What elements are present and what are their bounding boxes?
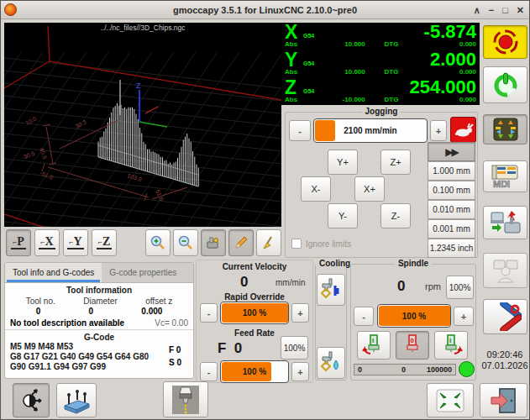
jog-increment-01mm-button[interactable]: 0.100 mm	[428, 181, 475, 200]
touch-plate-button[interactable]	[56, 383, 97, 417]
user-settings-button[interactable]	[483, 253, 527, 288]
toggle-tool-path-button[interactable]	[201, 229, 226, 256]
jog-increment-inch-button[interactable]: 1.2345 inch	[428, 239, 475, 258]
jog-y-minus-button[interactable]: Y-	[328, 203, 358, 228]
estop-button[interactable]	[483, 25, 527, 59]
feed-plus-button[interactable]: +	[291, 362, 309, 381]
feed-f-value: F 0	[218, 340, 242, 357]
spindle-speed-bar: 0 0 100000	[354, 364, 456, 375]
machine-on-button[interactable]	[483, 66, 527, 103]
fullscreen-icon	[436, 389, 464, 412]
gremlin-preview[interactable]: Z 10.0 40.5 -30.5 -51.0 103.0 51.0 30.3 …	[4, 23, 281, 227]
feed-reset-button[interactable]: 100%	[281, 336, 308, 360]
maximize-button[interactable]: □	[502, 5, 508, 15]
view-perspective-button[interactable]: P	[6, 229, 31, 256]
dro-panel[interactable]: X G54 -5.874 Abs 10.000 DTG 0.000 Y G54 …	[281, 23, 480, 105]
spindle-forward-button[interactable]: I	[434, 331, 468, 360]
jog-increment-0001mm-button[interactable]: 0.001 mm	[428, 219, 475, 239]
view-x-button[interactable]: X	[34, 229, 60, 256]
mdi-keyboard-icon: MDI	[491, 164, 521, 189]
jog-speed-plus-button[interactable]: +	[430, 120, 447, 141]
spindle-stop-button[interactable]: 0	[396, 331, 429, 360]
spindle-rpm-label: rpm	[425, 281, 441, 291]
svg-text:MDI: MDI	[493, 179, 510, 189]
y-axis-line	[139, 122, 167, 127]
manual-mode-button[interactable]	[483, 114, 527, 144]
view-z-button[interactable]: Z	[92, 229, 117, 256]
spindle-override-value: 100 %	[378, 305, 450, 327]
tools-icon	[490, 302, 522, 331]
tool-measure-button[interactable]	[163, 381, 208, 417]
dro-row-z[interactable]: Z G54 254.000 Abs -10.000 DTG 0.000	[281, 78, 480, 105]
exit-button[interactable]	[480, 383, 527, 417]
active-speed: S 0	[169, 356, 181, 369]
minimize-button[interactable]: −	[489, 5, 494, 15]
shade-window-button[interactable]: ∧	[474, 5, 480, 16]
spindle-cw-icon: I	[439, 333, 463, 357]
view-y-button[interactable]: Y	[63, 229, 88, 256]
auto-mode-button[interactable]	[483, 206, 527, 239]
svg-text:I: I	[449, 337, 451, 344]
settings-button[interactable]	[483, 299, 527, 334]
dro-row-y[interactable]: Y G54 2.000 Abs 10.000 DTG 0.000	[281, 50, 480, 77]
spindle-ccw-icon: I	[362, 333, 386, 357]
svg-text:-30.5: -30.5	[21, 150, 35, 160]
broom-icon	[260, 234, 277, 251]
ignore-limits-checkbox[interactable]: Ignore limits	[291, 239, 351, 249]
mdi-mode-button[interactable]: MDI	[483, 160, 527, 192]
jog-x-plus-button[interactable]: X+	[354, 176, 385, 202]
jog-x-minus-button[interactable]: X-	[301, 176, 331, 202]
toggle-dimensions-button[interactable]	[228, 229, 254, 256]
velocity-unit: mm/min	[275, 278, 306, 287]
jog-speed-minus-button[interactable]: -	[289, 120, 311, 141]
spindle-override-slider[interactable]: 100 %	[377, 304, 451, 328]
spindle-reset-button[interactable]: 100%	[446, 276, 474, 299]
active-gcodes-2: G90 G91.1 G94 G97 G99	[5, 362, 193, 372]
zoom-in-button[interactable]	[145, 229, 171, 256]
window-title: gmoccapy 3.5.1 for LinuxCNC 2.10.0~pre0	[1, 5, 529, 15]
touch-off-icon	[18, 388, 44, 413]
rapid-plus-button[interactable]: +	[291, 303, 309, 323]
jog-z-plus-button[interactable]: Z+	[380, 150, 411, 175]
flood-button[interactable]	[317, 347, 345, 379]
close-button[interactable]: ✕	[517, 5, 524, 16]
spindle-plus-button[interactable]: +	[454, 307, 474, 326]
turtle-rabbit-speed-button[interactable]	[450, 117, 476, 143]
power-icon	[491, 70, 521, 100]
fullscreen-button[interactable]	[427, 383, 474, 417]
jog-z-minus-button[interactable]: Z-	[380, 203, 411, 228]
spindle-reverse-button[interactable]: I	[357, 331, 391, 360]
spindle-rpm-value: 0	[397, 278, 405, 295]
svg-text:40.5: 40.5	[39, 147, 48, 160]
tab-gcode-properties[interactable]: G-code properties	[102, 263, 184, 282]
rapid-override-slider[interactable]: 100 %	[220, 302, 289, 324]
mist-button[interactable]	[317, 274, 345, 306]
checkbox-box[interactable]	[291, 239, 302, 249]
zoom-out-button[interactable]	[173, 229, 198, 256]
svg-text:-51.0: -51.0	[39, 170, 55, 181]
tool-length-sensor-icon	[169, 385, 202, 415]
clear-plot-button[interactable]	[256, 229, 281, 256]
jog-increment-continuous-button[interactable]: ▶▶	[428, 142, 475, 161]
tool-info-notebook: Tool info and G-codes G-code properties …	[4, 262, 194, 379]
feed-minus-button[interactable]: -	[200, 362, 218, 381]
zoom-out-icon	[177, 234, 194, 251]
dro-row-x[interactable]: X G54 -5.874 Abs 10.000 DTG 0.000	[281, 23, 480, 50]
active-gcodes-1: G8 G17 G21 G40 G49 G54 G64 G80	[5, 352, 193, 362]
tab-tool-info[interactable]: Tool info and G-codes	[5, 263, 102, 282]
jog-y-plus-button[interactable]: Y+	[328, 150, 358, 175]
jog-increment-001mm-button[interactable]: 0.010 mm	[428, 200, 475, 219]
vc-value: Vc= 0.00	[155, 318, 188, 328]
spindle-at-speed-led	[459, 361, 475, 377]
tool-description: No tool description available	[10, 318, 124, 328]
spindle-minus-button[interactable]: -	[354, 307, 374, 326]
app-window: gmoccapy 3.5.1 for LinuxCNC 2.10.0~pre0 …	[0, 0, 530, 420]
touch-off-button[interactable]	[13, 383, 50, 417]
rapid-minus-button[interactable]: -	[200, 303, 218, 323]
svg-text:I: I	[372, 337, 374, 344]
jog-speed-slider[interactable]: 2100 mm/min	[313, 118, 428, 143]
svg-text:51.0: 51.0	[155, 189, 165, 202]
feed-rate-slider[interactable]: 100 %	[220, 360, 289, 383]
spindle-stop-icon: 0	[402, 333, 422, 357]
jog-increment-1mm-button[interactable]: 1.000 mm	[428, 161, 475, 181]
